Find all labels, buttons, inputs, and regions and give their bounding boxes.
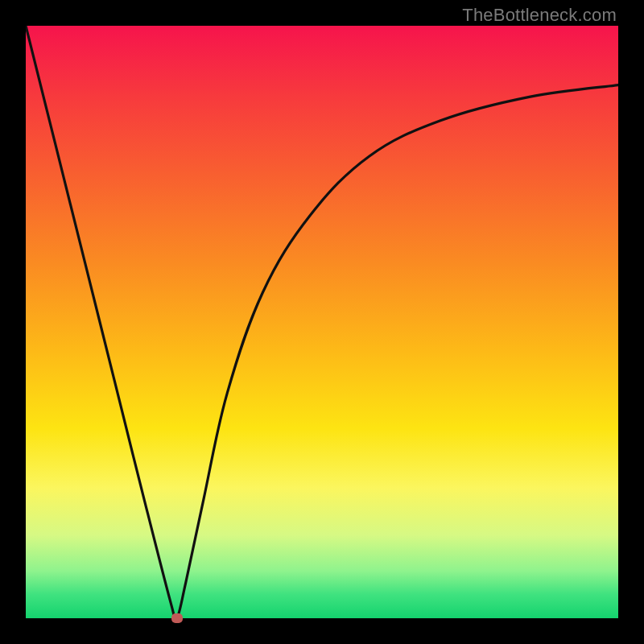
bottleneck-curve [26,26,618,618]
plot-area [26,26,618,618]
optimal-point-marker [171,613,183,623]
chart-frame: TheBottleneck.com [0,0,644,644]
watermark-text: TheBottleneck.com [462,5,617,26]
